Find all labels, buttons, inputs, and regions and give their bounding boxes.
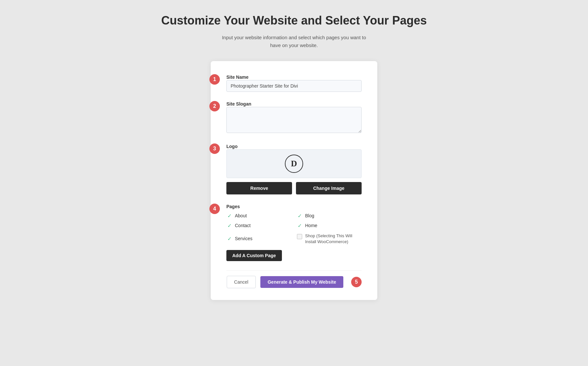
change-image-button[interactable]: Change Image <box>296 182 362 194</box>
logo-section: 3 Logo D Remove Change Image <box>226 143 362 194</box>
blog-checkbox[interactable]: ✓ <box>297 213 302 219</box>
services-label: Services <box>235 236 253 241</box>
page-item-services[interactable]: ✓ Services <box>226 232 291 245</box>
page-item-home[interactable]: ✓ Home <box>297 223 362 228</box>
remove-button[interactable]: Remove <box>226 182 292 194</box>
site-name-label: Site Name <box>226 75 249 80</box>
page-subtitle: Input your website information and selec… <box>219 34 369 49</box>
page-item-about[interactable]: ✓ About <box>226 213 291 219</box>
logo-icon: D <box>285 155 303 173</box>
shop-checkbox[interactable] <box>297 234 302 240</box>
logo-button-row: Remove Change Image <box>226 182 362 194</box>
site-slogan-label: Site Slogan <box>226 101 251 107</box>
footer-row: Cancel Generate & Publish My Website 5 <box>226 270 362 288</box>
pages-grid: ✓ About ✓ Blog ✓ Contact <box>226 213 362 245</box>
page-wrapper: Customize Your Website and Select Your P… <box>147 13 441 300</box>
services-checkbox[interactable]: ✓ <box>226 236 232 241</box>
page-item-blog[interactable]: ✓ Blog <box>297 213 362 219</box>
home-checkbox[interactable]: ✓ <box>297 223 302 228</box>
pages-label: Pages <box>226 204 240 209</box>
site-name-section: 1 Site Name <box>226 74 362 92</box>
contact-label: Contact <box>235 223 251 228</box>
cancel-button[interactable]: Cancel <box>227 276 256 288</box>
page-title: Customize Your Website and Select Your P… <box>161 13 427 28</box>
main-card: 1 Site Name 2 Site Slogan 3 Logo D Remov… <box>211 61 377 300</box>
pages-section: 4 Pages ✓ About ✓ Blog <box>226 204 362 261</box>
shop-label: Shop (Selecting This Will Install WooCom… <box>305 233 362 245</box>
step5-badge: 5 <box>351 277 362 287</box>
about-checkbox[interactable]: ✓ <box>226 213 232 219</box>
add-custom-page-button[interactable]: Add A Custom Page <box>226 250 282 261</box>
page-item-contact[interactable]: ✓ Contact <box>226 223 291 228</box>
blog-label: Blog <box>305 213 314 218</box>
about-label: About <box>235 213 247 218</box>
step4-badge: 4 <box>209 204 220 214</box>
step2-badge: 2 <box>209 101 220 111</box>
publish-button[interactable]: Generate & Publish My Website <box>260 276 343 288</box>
step3-badge: 3 <box>209 143 220 154</box>
contact-checkbox[interactable]: ✓ <box>226 223 232 228</box>
site-slogan-section: 2 Site Slogan <box>226 101 362 134</box>
page-item-shop[interactable]: Shop (Selecting This Will Install WooCom… <box>297 232 362 245</box>
site-name-input[interactable] <box>226 80 362 92</box>
logo-label: Logo <box>226 144 237 149</box>
logo-preview: D <box>226 149 362 178</box>
site-slogan-input[interactable] <box>226 107 362 133</box>
home-label: Home <box>305 223 317 228</box>
step1-badge: 1 <box>209 74 220 85</box>
